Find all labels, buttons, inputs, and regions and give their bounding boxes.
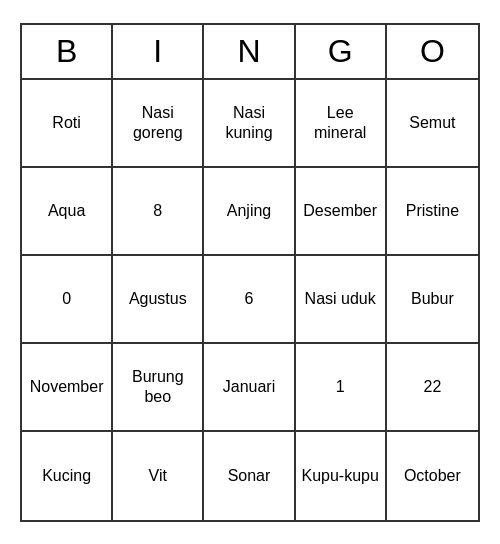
bingo-cell-r4-c1: Vit xyxy=(113,432,204,520)
bingo-cell-r0-c3: Lee mineral xyxy=(296,80,387,168)
bingo-cell-r2-c0: 0 xyxy=(22,256,113,344)
cell-text-r4-c1: Vit xyxy=(149,466,167,485)
header-letter-i: I xyxy=(113,25,204,78)
cell-text-r4-c0: Kucing xyxy=(42,466,91,485)
bingo-grid: RotiNasi gorengNasi kuningLee mineralSem… xyxy=(22,80,478,520)
header-letter-n: N xyxy=(204,25,295,78)
bingo-header: BINGO xyxy=(22,25,478,80)
bingo-cell-r0-c4: Semut xyxy=(387,80,478,168)
cell-text-r3-c2: Januari xyxy=(223,377,275,396)
cell-text-r1-c4: Pristine xyxy=(406,201,459,220)
cell-text-r1-c2: Anjing xyxy=(227,201,271,220)
bingo-cell-r1-c0: Aqua xyxy=(22,168,113,256)
bingo-cell-r2-c2: 6 xyxy=(204,256,295,344)
bingo-cell-r0-c2: Nasi kuning xyxy=(204,80,295,168)
cell-text-r0-c3: Lee mineral xyxy=(300,103,381,141)
bingo-cell-r1-c4: Pristine xyxy=(387,168,478,256)
cell-text-r3-c3: 1 xyxy=(336,377,345,396)
cell-text-r2-c4: Bubur xyxy=(411,289,454,308)
cell-text-r4-c3: Kupu-kupu xyxy=(302,466,379,485)
bingo-cell-r4-c2: Sonar xyxy=(204,432,295,520)
cell-text-r4-c2: Sonar xyxy=(228,466,271,485)
cell-text-r3-c0: November xyxy=(30,377,104,396)
cell-text-r0-c0: Roti xyxy=(52,113,80,132)
cell-text-r1-c0: Aqua xyxy=(48,201,85,220)
bingo-cell-r2-c4: Bubur xyxy=(387,256,478,344)
cell-text-r4-c4: October xyxy=(404,466,461,485)
bingo-cell-r1-c2: Anjing xyxy=(204,168,295,256)
bingo-cell-r4-c3: Kupu-kupu xyxy=(296,432,387,520)
bingo-cell-r3-c1: Burung beo xyxy=(113,344,204,432)
cell-text-r1-c3: Desember xyxy=(303,201,377,220)
bingo-cell-r4-c4: October xyxy=(387,432,478,520)
cell-text-r2-c1: Agustus xyxy=(129,289,187,308)
bingo-cell-r4-c0: Kucing xyxy=(22,432,113,520)
bingo-cell-r0-c1: Nasi goreng xyxy=(113,80,204,168)
bingo-cell-r2-c1: Agustus xyxy=(113,256,204,344)
cell-text-r0-c1: Nasi goreng xyxy=(117,103,198,141)
bingo-cell-r1-c1: 8 xyxy=(113,168,204,256)
bingo-card: BINGO RotiNasi gorengNasi kuningLee mine… xyxy=(20,23,480,522)
cell-text-r1-c1: 8 xyxy=(153,201,162,220)
header-letter-o: O xyxy=(387,25,478,78)
bingo-cell-r3-c0: November xyxy=(22,344,113,432)
header-letter-g: G xyxy=(296,25,387,78)
bingo-cell-r2-c3: Nasi uduk xyxy=(296,256,387,344)
cell-text-r2-c2: 6 xyxy=(245,289,254,308)
bingo-cell-r3-c3: 1 xyxy=(296,344,387,432)
cell-text-r0-c4: Semut xyxy=(409,113,455,132)
cell-text-r0-c2: Nasi kuning xyxy=(208,103,289,141)
cell-text-r2-c3: Nasi uduk xyxy=(305,289,376,308)
header-letter-b: B xyxy=(22,25,113,78)
cell-text-r3-c1: Burung beo xyxy=(117,367,198,405)
bingo-cell-r0-c0: Roti xyxy=(22,80,113,168)
cell-text-r2-c0: 0 xyxy=(62,289,71,308)
cell-text-r3-c4: 22 xyxy=(423,377,441,396)
bingo-cell-r1-c3: Desember xyxy=(296,168,387,256)
bingo-cell-r3-c4: 22 xyxy=(387,344,478,432)
bingo-cell-r3-c2: Januari xyxy=(204,344,295,432)
